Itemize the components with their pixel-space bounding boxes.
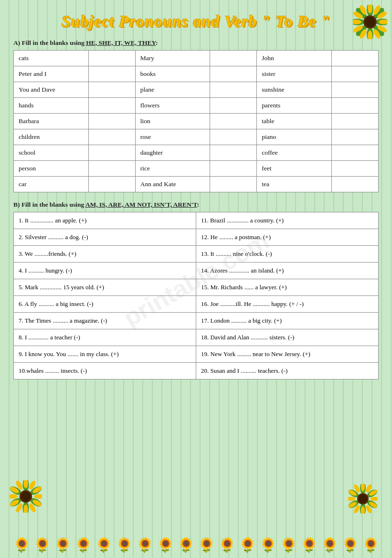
table-a-blank-7-0[interactable] [88, 161, 135, 177]
table-a-word-5-0: children [14, 129, 89, 145]
table-a-word-6-1: daughter [135, 145, 210, 161]
svg-point-51 [371, 497, 378, 501]
sunflower-small-3: 🌻 [54, 537, 72, 553]
table-b-right-5: 16. Joe ..........ill. He ........... ha… [196, 296, 379, 313]
table-a-blank-2-1[interactable] [210, 82, 257, 98]
table-b-row: 1. It ............... an apple. (+)11. B… [14, 212, 379, 229]
table-a-blank-6-2[interactable] [331, 145, 378, 161]
table-a-word-5-1: rose [135, 129, 210, 145]
table-b-left-3: 4. I .......... hungry. (-) [14, 263, 196, 279]
sunflower-small-5: 🌻 [95, 537, 113, 553]
table-a-word-6-0: school [14, 145, 89, 161]
table-a-blank-5-1[interactable] [210, 129, 257, 145]
table-b-right-8: 19. New York ......... near to New Jerse… [196, 346, 379, 363]
table-a-word-4-2: table [257, 114, 332, 129]
table-b-right-1: 12. He ......... a postman. (+) [196, 229, 379, 246]
table-a-word-0-0: cats [14, 51, 89, 66]
table-a-blank-4-0[interactable] [88, 114, 135, 129]
table-a-row: Peter and Ibookssister [14, 66, 379, 82]
table-a-word-0-1: Mary [135, 51, 210, 66]
table-a-row: carAnn and Katetea [14, 177, 379, 192]
table-b-right-0: 11. Brazil .............. a country. (+) [196, 212, 379, 229]
table-a-blank-1-1[interactable] [210, 66, 257, 82]
table-a-blank-6-0[interactable] [88, 145, 135, 161]
table-a-word-1-0: Peter and I [14, 66, 89, 82]
table-a-word-7-1: rice [135, 161, 210, 177]
table-b-left-2: 3. We .........friends. (+) [14, 246, 196, 263]
table-a-word-8-2: tea [257, 177, 332, 192]
table-a-word-4-0: Barbara [14, 114, 89, 129]
table-a-word-7-0: person [14, 161, 89, 177]
table-a-word-2-0: You and Dave [14, 82, 89, 98]
table-a-blank-3-0[interactable] [88, 98, 135, 114]
table-a-blank-8-0[interactable] [88, 177, 135, 192]
table-b-right-6: 17. London .......... a big city. (+) [196, 313, 379, 329]
table-a-blank-5-2[interactable] [331, 129, 378, 145]
table-a-blank-0-1[interactable] [210, 51, 257, 66]
table-b-right-4: 15. Mr. Richards ...... a lawyer. (+) [196, 279, 379, 296]
sunflower-small-2: 🌻 [33, 537, 51, 553]
svg-point-37 [10, 494, 18, 498]
table-b-row: 8. I ............. a teacher (-)18. Davi… [14, 329, 379, 346]
sunflower-small-11: 🌻 [218, 537, 236, 553]
svg-point-21 [365, 17, 375, 27]
table-a-blank-3-1[interactable] [210, 98, 257, 114]
table-a-blank-2-0[interactable] [88, 82, 135, 98]
svg-point-57 [348, 497, 356, 501]
table-a-blank-7-1[interactable] [210, 161, 257, 177]
table-a-word-6-2: coffee [257, 145, 332, 161]
table-a-row: childrenrosepiano [14, 129, 379, 145]
table-b-left-1: 2. Silvester .......... a dog. (-) [14, 229, 196, 246]
svg-point-31 [34, 494, 42, 498]
table-a-blank-3-2[interactable] [331, 98, 378, 114]
table-b-row: 3. We .........friends. (+)13. It ......… [14, 246, 379, 263]
sunflower-bottom-left [10, 480, 42, 520]
table-b-row: 6. A fly .......... a big insect. (-)16.… [14, 296, 379, 313]
sunflower-small-17: 🌻 [341, 537, 359, 553]
sunflower-small-6: 🌻 [116, 537, 133, 553]
sunflower-small-9: 🌻 [177, 537, 195, 553]
section-b-table: 1. It ............... an apple. (+)11. B… [13, 212, 379, 379]
table-a-word-5-2: piano [257, 129, 332, 145]
table-a-word-1-2: sister [257, 66, 332, 82]
sunflower-small-4: 🌻 [74, 537, 92, 553]
table-a-blank-8-2[interactable] [331, 177, 378, 192]
sunflower-small-7: 🌻 [136, 537, 154, 553]
table-a-blank-4-2[interactable] [331, 114, 378, 129]
sunflower-small-14: 🌻 [280, 537, 297, 553]
sunflower-small-1: 🌻 [13, 537, 31, 553]
table-a-blank-1-0[interactable] [88, 66, 135, 82]
table-b-left-5: 6. A fly .......... a big insect. (-) [14, 296, 196, 313]
table-a-blank-2-2[interactable] [331, 82, 378, 98]
table-a-blank-5-0[interactable] [88, 129, 135, 145]
table-b-row: 5. Mark .............. 15 years old. (+)… [14, 279, 379, 296]
table-a-row: You and Daveplanesunshine [14, 82, 379, 98]
table-b-left-8: 9. I know you. You ....... in my class. … [14, 346, 196, 363]
table-b-row: 9. I know you. You ....... in my class. … [14, 346, 379, 363]
table-a-word-8-0: car [14, 177, 89, 192]
table-a-word-2-2: sunshine [257, 82, 332, 98]
table-b-right-7: 18. David and Alan ........... sisters. … [196, 329, 379, 346]
table-a-row: schooldaughtercoffee [14, 145, 379, 161]
table-b-left-6: 7. The Times .......... a magazine. (-) [14, 313, 196, 329]
table-a-blank-7-2[interactable] [331, 161, 378, 177]
table-b-left-4: 5. Mark .............. 15 years old. (+) [14, 279, 196, 296]
table-b-left-0: 1. It ............... an apple. (+) [14, 212, 196, 229]
table-a-blank-0-0[interactable] [88, 51, 135, 66]
section-a-table: catsMaryJohnPeter and IbookssisterYou an… [13, 50, 379, 192]
table-b-right-2: 13. It .......... nine o'clock. (-) [196, 246, 379, 263]
sunflower-top-right [353, 5, 387, 46]
table-a-blank-4-1[interactable] [210, 114, 257, 129]
table-a-blank-8-1[interactable] [210, 177, 257, 192]
table-a-word-3-0: hands [14, 98, 89, 114]
table-a-blank-1-2[interactable] [331, 66, 378, 82]
sunflower-small-10: 🌻 [198, 537, 215, 553]
table-a-blank-6-1[interactable] [210, 145, 257, 161]
page: Subject Pronouns and Verb " To Be " A) F… [0, 0, 392, 558]
sunflower-small-12: 🌻 [239, 537, 256, 553]
sunflower-small-8: 🌻 [157, 537, 174, 553]
table-a-row: handsflowersparents [14, 98, 379, 114]
table-b-row: 7. The Times .......... a magazine. (-)1… [14, 313, 379, 329]
table-a-blank-0-2[interactable] [331, 51, 378, 66]
svg-point-41 [21, 492, 31, 502]
